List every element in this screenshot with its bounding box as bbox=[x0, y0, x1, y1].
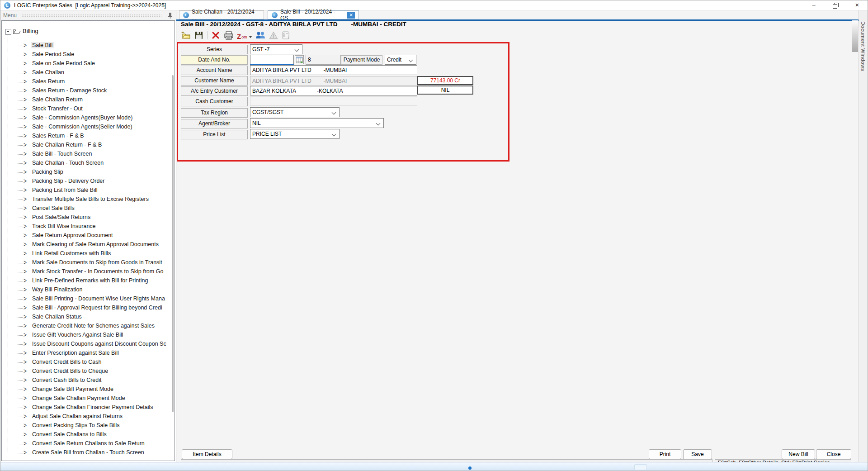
tree-connector bbox=[17, 371, 23, 372]
tree-item[interactable]: >Issue Gift Vouchers Against Sale Bill bbox=[2, 331, 170, 340]
taskbar-widget[interactable] bbox=[634, 464, 647, 470]
tree-item[interactable]: >Create Sale Bill from Challan - Touch S… bbox=[2, 448, 170, 454]
tax-region-dropdown[interactable]: CGST/SGST bbox=[250, 107, 340, 117]
tree-item[interactable]: >Transfer Multiple Sale Bills to Excise … bbox=[2, 195, 170, 204]
tree-item[interactable]: >Sales Return - F & B bbox=[2, 132, 170, 141]
tree-item[interactable]: >Adjust Sale Challan against Returns bbox=[2, 412, 170, 421]
price-list-value: PRICE LIST bbox=[252, 131, 282, 137]
tree-item[interactable]: >Packing List from Sale Bill bbox=[2, 186, 170, 195]
close-window-button[interactable]: × bbox=[849, 0, 865, 10]
tree-connector bbox=[17, 127, 23, 128]
users-button[interactable] bbox=[255, 31, 265, 40]
tree-item-label: Adjust Sale Challan against Returns bbox=[31, 413, 124, 419]
tree-item[interactable]: >Issue Discount Coupons against Discount… bbox=[2, 340, 170, 349]
new-document-button[interactable] bbox=[181, 31, 191, 40]
agent-broker-dropdown[interactable]: NIL bbox=[250, 118, 384, 128]
delete-button[interactable] bbox=[211, 31, 221, 40]
title-bar: L LOGIC Enterprise Sales [Logic Apparel … bbox=[0, 0, 868, 10]
tree-item[interactable]: >Convert Packing Slips To Sale Bills bbox=[2, 421, 170, 430]
tree-item[interactable]: >Sale Challan Return - F & B bbox=[2, 141, 170, 150]
new-bill-button[interactable]: New Bill bbox=[782, 449, 815, 459]
tab-sale-bill[interactable]: L Sale Bill - 20/12/2024 - GS... ✕ bbox=[268, 10, 359, 19]
pin-icon[interactable] bbox=[167, 12, 173, 19]
payment-mode-dropdown[interactable]: Credit bbox=[385, 55, 416, 65]
chevron-right-icon: > bbox=[24, 195, 27, 203]
tree-connector bbox=[17, 236, 23, 236]
tree-item[interactable]: >Sale Period Sale bbox=[2, 50, 170, 59]
tree-item[interactable]: >Convert Cash Bills to Credit bbox=[2, 376, 170, 385]
tree-item[interactable]: >Mark Stock Transfer - In Documents to S… bbox=[2, 267, 170, 276]
taskbar-app-icon[interactable] bbox=[468, 466, 472, 470]
tree-item[interactable]: >Sale Bill - Touch Screen bbox=[2, 150, 170, 159]
tree-item[interactable]: >Track Bill Wise Insurance bbox=[2, 222, 170, 231]
tree-item[interactable]: >Mark Clearing of Sale Return Approval D… bbox=[2, 240, 170, 249]
minimize-button[interactable]: – bbox=[806, 0, 821, 10]
tree-item[interactable]: >Way Bill Finalization bbox=[2, 285, 170, 295]
chevron-right-icon: > bbox=[24, 132, 27, 140]
tree-item[interactable]: >Enter Prescription against Sale Bill bbox=[2, 349, 170, 358]
document-title: Sale Bill - 20/12/2024 - GST-8 - ADITYA … bbox=[181, 21, 406, 28]
tree-item[interactable]: >Sale Bill Printing - Document Wise User… bbox=[2, 295, 170, 304]
tree-item[interactable]: >Packing Slip - Delivery Order bbox=[2, 177, 170, 186]
tree-item-label: Sale - Commission Agents(Buyer Mode) bbox=[31, 114, 134, 121]
tree-item[interactable]: >Sale Bill - Approval Request for Billin… bbox=[2, 304, 170, 313]
price-list-dropdown[interactable]: PRICE LIST bbox=[250, 129, 340, 139]
bill-number-input[interactable]: 8 bbox=[306, 55, 341, 65]
tree-item[interactable]: >Convert Sale Challans to Bills bbox=[2, 430, 170, 439]
ac-entry-customer-input[interactable]: BAZAR KOLKATA -KOLKATA bbox=[250, 86, 417, 95]
collapse-icon[interactable] bbox=[5, 29, 11, 35]
tree-item[interactable]: >Convert Credit Bills to Cash bbox=[2, 358, 170, 367]
tree-item[interactable]: >Sale - Commission Agents(Buyer Mode) bbox=[2, 114, 170, 123]
tree-item[interactable]: >Cancel Sale Bills bbox=[2, 204, 170, 213]
tab-logo-icon: L bbox=[272, 12, 278, 18]
tree-item-label: Sales Return bbox=[31, 78, 66, 85]
tree-item[interactable]: >Post Sale/Sale Returns bbox=[2, 213, 170, 222]
document-scrollbar-thumb[interactable] bbox=[852, 20, 858, 52]
tree-vertical-scrollbar[interactable] bbox=[172, 75, 174, 412]
tree-item[interactable]: >Change Sale Bill Payment Mode bbox=[2, 385, 170, 394]
tree-item[interactable]: >Sales Return bbox=[2, 77, 170, 86]
tree-item[interactable]: >Mark Sale Documents to Skip from Goods … bbox=[2, 258, 170, 267]
tree-item[interactable]: >Sale Challan - Touch Screen bbox=[2, 159, 170, 168]
save-button-footer[interactable]: Save bbox=[683, 449, 712, 459]
customer-name-input: ADITYA BIRLA PVT LTD -MUMBAI bbox=[250, 76, 417, 86]
tree-item[interactable]: >Link Pre-Defined Remarks with Bill for … bbox=[2, 276, 170, 285]
calendar-picker-button[interactable] bbox=[295, 55, 304, 64]
tree-item[interactable]: >Sales Return - Damage Stock bbox=[2, 86, 170, 95]
tree-connector bbox=[17, 245, 23, 245]
tree-item-label: Transfer Multiple Sale Bills to Excise R… bbox=[31, 196, 150, 202]
chevron-down-icon bbox=[332, 132, 336, 137]
series-dropdown[interactable]: GST -7 bbox=[250, 44, 302, 54]
tree-item[interactable]: >Sale Challan Return bbox=[2, 95, 170, 105]
tree-item[interactable]: >Generate Credit Note for Schemes agains… bbox=[2, 322, 170, 331]
tree-item[interactable]: >Sale Return Approval Document bbox=[2, 231, 170, 240]
date-input[interactable]: 20/12/2024 bbox=[250, 55, 294, 65]
tree-item[interactable]: >Sale Bill bbox=[2, 41, 170, 50]
tree-item[interactable]: >Link Retail Customers with Bills bbox=[2, 249, 170, 258]
tab-close-icon[interactable]: ✕ bbox=[347, 12, 355, 19]
save-button[interactable] bbox=[194, 31, 204, 40]
tree-connector bbox=[17, 73, 23, 73]
item-details-button[interactable]: Item Details bbox=[182, 449, 232, 459]
tree-item[interactable]: >Change Sale Challan Payment Mode bbox=[2, 394, 170, 403]
customer-balance-box: 77143.00 Cr bbox=[417, 76, 473, 85]
account-name-input[interactable]: ADITYA BIRLA PVT LTD -MUMBAI bbox=[250, 65, 417, 75]
document-windows-dock[interactable]: Document Windows bbox=[859, 10, 868, 462]
tree-item-label: Mark Clearing of Sale Return Approval Do… bbox=[31, 241, 160, 247]
tree-item[interactable]: >Stock Transfer - Out bbox=[2, 105, 170, 114]
zoom-button[interactable]: Z om bbox=[237, 31, 252, 40]
tree-item-label: Create Sale Bill from Challan - Touch Sc… bbox=[31, 449, 146, 454]
tree-item[interactable]: >Packing Slip bbox=[2, 168, 170, 177]
print-button[interactable] bbox=[224, 31, 234, 40]
tree-item[interactable]: >Convert Credit Bills to Cheque bbox=[2, 367, 170, 376]
tree-item[interactable]: >Change Sale Challan Financier Payment D… bbox=[2, 403, 170, 412]
tree-item[interactable]: >Convert Sale Return Challans to Sale Re… bbox=[2, 439, 170, 448]
tree-item[interactable]: >Sale Challan Status bbox=[2, 313, 170, 322]
print-button-footer[interactable]: Print bbox=[649, 449, 681, 459]
tab-sale-challan[interactable]: L Sale Challan - 20/12/2024 ... bbox=[179, 10, 264, 19]
close-button[interactable]: Close bbox=[816, 449, 851, 459]
tree-item[interactable]: >Sale Challan bbox=[2, 68, 170, 77]
restore-button[interactable] bbox=[828, 0, 843, 10]
tree-item[interactable]: >Sale - Commission Agents(Seller Mode) bbox=[2, 123, 170, 132]
tree-item[interactable]: >Sale on Sale Period Sale bbox=[2, 59, 170, 68]
